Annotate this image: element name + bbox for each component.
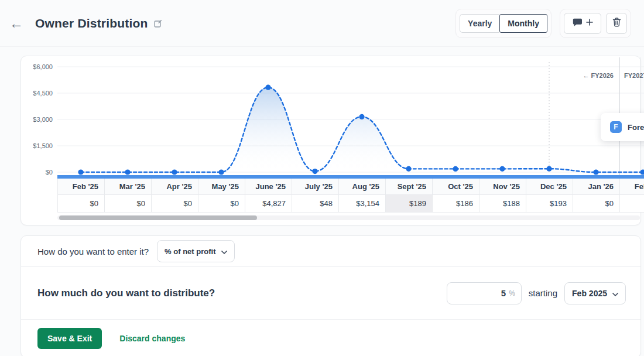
chevron-down-icon [612,289,618,298]
data-point[interactable] [312,169,317,174]
enter-method-row: How do you want to enter it? % of net pr… [21,236,640,267]
toggle-yearly[interactable]: Yearly [460,14,499,33]
starting-month-dropdown[interactable]: Feb 2025 [564,282,626,304]
header-cell: Mar '25 [105,179,152,195]
edit-title-icon[interactable] [154,19,162,28]
enter-method-dropdown[interactable]: % of net profit [157,240,234,262]
value-cell[interactable]: $4,827 [245,195,292,213]
header-cell: Sept '25 [386,179,433,195]
enter-method-value: % of net profit [165,247,215,256]
forecast-chart[interactable]: ← FY2026FY2027 [57,56,644,177]
y-tick-label: $4,500 [21,90,53,97]
legend-card: F Forecast [601,113,644,141]
distribute-row: How much do you want to distribute? % st… [21,267,640,320]
data-point[interactable] [499,166,505,172]
month-table: Feb '25Mar '25Apr '25May '25June '25July… [57,179,644,213]
comment-icon [573,18,583,29]
data-point[interactable] [406,166,411,172]
header-cell: July '25 [292,179,339,195]
starting-label: starting [529,288,557,298]
value-cell[interactable]: $193 [526,195,573,213]
data-point[interactable] [172,169,177,174]
header-cell: Nov '25 [479,179,526,195]
header-cell: Apr '25 [152,179,198,195]
data-point[interactable] [546,166,551,172]
chart-area: $0$1,500$3,000$4,500$6,000 ← FY2026FY202… [21,56,640,175]
fy2026-label: ← FY2026 [583,72,614,79]
data-point[interactable] [78,169,83,174]
back-button[interactable]: ← [9,16,23,30]
value-cell[interactable]: $3,154 [339,195,386,213]
y-tick-label: $3,000 [21,116,53,123]
distribute-percent-field[interactable]: % [447,282,522,304]
legend-label: Forecast [628,123,644,132]
header-cell: Feb '25 [58,179,105,195]
settings-panel: How do you want to enter it? % of net pr… [20,235,641,356]
data-point[interactable] [453,166,458,172]
data-point[interactable] [593,169,598,174]
chevron-down-icon [221,247,227,256]
value-cell[interactable] [620,195,644,213]
toolbar-icons [560,9,631,38]
period-toggle: Yearly Monthly [455,9,551,38]
enter-method-question: How do you want to enter it? [37,247,149,256]
value-cell[interactable]: $0 [105,195,152,213]
data-point[interactable] [265,85,270,90]
page-title: Owner Distribution [35,16,148,30]
plus-icon [586,19,593,28]
header-cell: Jan '26 [573,179,620,195]
y-tick-label: $0 [21,169,53,176]
percent-suffix: % [509,289,515,297]
chart-panel: $0$1,500$3,000$4,500$6,000 ← FY2026FY202… [20,56,641,225]
header-cell: June '25 [245,179,292,195]
app-header: ← Owner Distribution Yearly Monthly [0,0,644,47]
fy2027-label: FY2027 [624,72,644,79]
header-cell: Feb '26 [620,179,644,195]
trash-icon [612,18,621,29]
discard-changes-link[interactable]: Discard changes [119,334,185,343]
header-cell: Aug '25 [339,179,386,195]
scrollbar-thumb[interactable] [59,215,257,220]
save-exit-button[interactable]: Save & Exit [37,328,102,349]
h-scrollbar[interactable] [57,215,640,220]
toggle-monthly[interactable]: Monthly [499,14,547,33]
legend-forecast-icon: F [610,121,622,133]
table-header-row: Feb '25Mar '25Apr '25May '25June '25July… [58,179,644,195]
value-cell[interactable]: $188 [479,195,526,213]
value-cell[interactable]: $189 [386,195,433,213]
delete-button[interactable] [606,13,627,34]
value-cell[interactable]: $0 [573,195,620,213]
value-cell[interactable]: $48 [292,195,339,213]
y-axis: $0$1,500$3,000$4,500$6,000 [21,56,53,175]
data-point[interactable] [218,169,224,174]
value-cell[interactable]: $0 [152,195,198,213]
y-tick-label: $1,500 [21,142,53,149]
y-tick-label: $6,000 [21,63,53,70]
distribute-percent-input[interactable] [459,288,506,298]
header-cell: May '25 [198,179,245,195]
distribute-question: How much do you want to distribute? [37,287,215,299]
data-point[interactable] [125,169,130,174]
footer-actions: Save & Exit Discard changes [21,320,640,356]
header-cell: Oct '25 [433,179,479,195]
table-value-row: $0$0$0$0$4,827$48$3,154$189$186$188$193$… [58,195,644,213]
header-cell: Dec '25 [526,179,573,195]
data-point[interactable] [359,114,364,119]
value-cell[interactable]: $186 [433,195,479,213]
value-cell[interactable]: $0 [198,195,245,213]
starting-month-value: Feb 2025 [572,289,607,298]
add-comment-button[interactable] [564,13,601,34]
value-cell[interactable]: $0 [58,195,105,213]
